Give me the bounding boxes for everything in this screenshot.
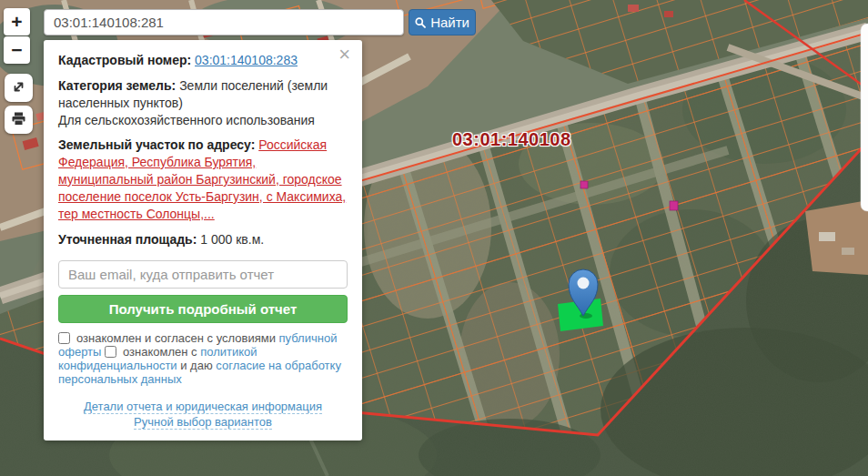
consent-checkboxes: ознакомлен и согласен с условиями публич… [58,331,348,386]
expand-button[interactable] [5,74,33,102]
report-details-link[interactable]: Детали отчета и юридическая информация [84,400,322,414]
offer-consent-text: ознакомлен и согласен с условиями [76,331,279,345]
cadastral-number-link[interactable]: 03:01:140108:283 [195,53,298,67]
address-label: Земельный участок по адресу: [58,137,255,152]
address-row: Земельный участок по адресу: Российская … [58,137,348,223]
area-row: Уточненная площадь: 1 000 кв.м. [58,231,348,248]
area-label: Уточненная площадь: [58,232,197,247]
land-category-row: Категория земель: Земли поселений (земли… [58,77,348,129]
privacy-consent-checkbox[interactable] [105,346,116,358]
quarter-number-label: 03:01:140108 [452,129,571,150]
print-button[interactable] [5,106,33,134]
email-input[interactable] [58,260,348,289]
zoom-in-button[interactable]: + [4,8,30,35]
printer-icon [10,110,27,127]
cadastral-number-row: Кадастровый номер: 03:01:140108:283 [58,52,348,69]
find-button[interactable]: Найти [409,9,476,35]
land-usage-value: Для сельскохозяйственного использования [58,112,348,129]
close-button[interactable]: × [335,43,354,66]
find-button-label: Найти [430,15,469,30]
land-category-label: Категория земель: [58,78,176,93]
search-input[interactable] [44,9,404,35]
magnifier-icon [415,16,426,29]
cadastral-number-label: Кадастровый номер: [58,53,191,67]
privacy-consent-text2: и даю [177,359,217,372]
right-edge-panel [861,24,868,211]
manual-selection-link[interactable]: Ручной выбор вариантов [134,415,272,430]
offer-consent-checkbox[interactable] [58,332,70,344]
diagonal-resize-icon [10,78,27,96]
footer-links: Детали отчета и юридическая информация Р… [58,399,348,430]
privacy-consent-text: ознакомлен с [123,345,200,359]
area-value: 1 000 кв.м. [200,232,264,247]
cadastral-map-app: 03:01:140108 + − Найти × Кадастровый ном… [0,0,868,476]
parcel-info-panel: × Кадастровый номер: 03:01:140108:283 Ка… [44,40,362,441]
get-report-button[interactable]: Получить подробный отчет [58,295,348,323]
zoom-out-button[interactable]: − [4,36,30,64]
cleared-patch [805,200,868,275]
